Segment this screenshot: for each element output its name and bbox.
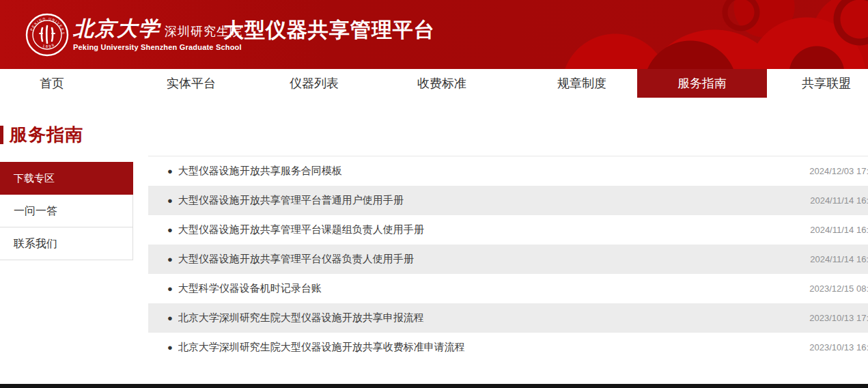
download-date: 2023/12/15 08: bbox=[809, 283, 868, 294]
university-name-cn: 北京大学 bbox=[73, 18, 160, 39]
download-date: 2024/11/14 16: bbox=[810, 254, 868, 264]
download-title[interactable]: 大型仪器设施开放共享管理平台普通用户使用手册 bbox=[178, 194, 796, 207]
download-date: 2024/11/14 16: bbox=[810, 225, 868, 235]
download-title[interactable]: 大型仪器设施开放共享管理平台课题组负责人使用手册 bbox=[178, 223, 796, 236]
download-row[interactable]: ● 大型仪器设施开放共享管理平台仪器负责人使用手册 2024/11/14 16: bbox=[148, 245, 868, 274]
site-header: PEKING UNIVERSITY 1898 北京大学 深圳研究生院 Pekin… bbox=[0, 0, 868, 69]
bullet-icon: ● bbox=[167, 283, 173, 294]
download-title[interactable]: 北京大学深圳研究生院大型仪器设施开放共享收费标准申请流程 bbox=[178, 341, 796, 354]
cloud-pattern-decoration bbox=[445, 0, 868, 69]
sidebar-item-downloads[interactable]: 下载专区 bbox=[0, 162, 133, 195]
sidebar-menu: 下载专区 一问一答 联系我们 bbox=[0, 162, 133, 260]
download-row[interactable]: ● 大型科学仪器设备机时记录台账 2023/12/15 08: bbox=[148, 274, 868, 303]
page: PEKING UNIVERSITY 1898 北京大学 深圳研究生院 Pekin… bbox=[0, 0, 868, 388]
platform-title: 大型仪器共享管理平台 bbox=[223, 16, 435, 44]
nav-item-home[interactable]: 首页 bbox=[0, 69, 117, 98]
logo-home-link[interactable]: PEKING UNIVERSITY 1898 北京大学 深圳研究生院 Pekin… bbox=[25, 0, 242, 69]
bullet-icon: ● bbox=[167, 254, 173, 264]
download-row[interactable]: ● 北京大学深圳研究生院大型仪器设施开放共享收费标准申请流程 2023/10/1… bbox=[148, 333, 868, 362]
download-date: 2023/10/13 17: bbox=[809, 313, 868, 323]
nav-item-rules[interactable]: 规章制度 bbox=[517, 69, 647, 98]
university-name-en: Peking University Shenzhen Graduate Scho… bbox=[73, 43, 242, 51]
nav-item-instrument-list[interactable]: 仪器列表 bbox=[249, 69, 379, 98]
nav-item-physical-platforms[interactable]: 实体平台 bbox=[126, 69, 256, 98]
bullet-icon: ● bbox=[167, 225, 173, 235]
nav-item-service-guide[interactable]: 服务指南 bbox=[637, 69, 767, 98]
download-title[interactable]: 北京大学深圳研究生院大型仪器设施开放共享申报流程 bbox=[178, 311, 796, 324]
bullet-icon: ● bbox=[167, 313, 173, 323]
download-date: 2024/11/14 16: bbox=[810, 195, 868, 206]
bullet-icon: ● bbox=[167, 342, 173, 352]
title-accent-bar bbox=[0, 126, 3, 144]
bullet-icon: ● bbox=[167, 166, 173, 176]
section-title-row: 服务指南 bbox=[0, 124, 83, 146]
bullet-icon: ● bbox=[167, 195, 173, 206]
nav-item-fee-standards[interactable]: 收费标准 bbox=[377, 69, 507, 98]
download-row[interactable]: ● 大型仪器设施开放共享管理平台普通用户使用手册 2024/11/14 16: bbox=[148, 186, 868, 215]
sidebar-item-contact[interactable]: 联系我们 bbox=[0, 227, 133, 260]
download-date: 2024/12/03 17: bbox=[809, 166, 868, 176]
download-title[interactable]: 大型仪器设施开放共享服务合同模板 bbox=[178, 165, 796, 178]
download-title[interactable]: 大型科学仪器设备机时记录台账 bbox=[178, 282, 796, 295]
pku-seal-icon: PEKING UNIVERSITY 1898 bbox=[25, 13, 69, 57]
svg-text:PEKING UNIVERSITY: PEKING UNIVERSITY bbox=[25, 13, 66, 36]
page-title: 服务指南 bbox=[10, 123, 83, 147]
download-row[interactable]: ● 大型仪器设施开放共享服务合同模板 2024/12/03 17: bbox=[148, 156, 868, 186]
download-row[interactable]: ● 北京大学深圳研究生院大型仪器设施开放共享申报流程 2023/10/13 17… bbox=[148, 303, 868, 333]
nav-item-sharing-alliance[interactable]: 共享联盟 bbox=[761, 69, 868, 98]
download-title[interactable]: 大型仪器设施开放共享管理平台仪器负责人使用手册 bbox=[178, 253, 796, 266]
footer-bar bbox=[0, 384, 868, 388]
main-nav: 首页 实体平台 仪器列表 收费标准 规章制度 服务指南 共享联盟 bbox=[0, 69, 868, 98]
download-list: ● 大型仪器设施开放共享服务合同模板 2024/12/03 17: ● 大型仪器… bbox=[148, 156, 868, 362]
sidebar-item-qa[interactable]: 一问一答 bbox=[0, 195, 133, 227]
download-date: 2023/10/13 16: bbox=[809, 342, 868, 352]
brand-text: 北京大学 深圳研究生院 Peking University Shenzhen G… bbox=[73, 18, 242, 51]
download-row[interactable]: ● 大型仪器设施开放共享管理平台课题组负责人使用手册 2024/11/14 16… bbox=[148, 215, 868, 245]
